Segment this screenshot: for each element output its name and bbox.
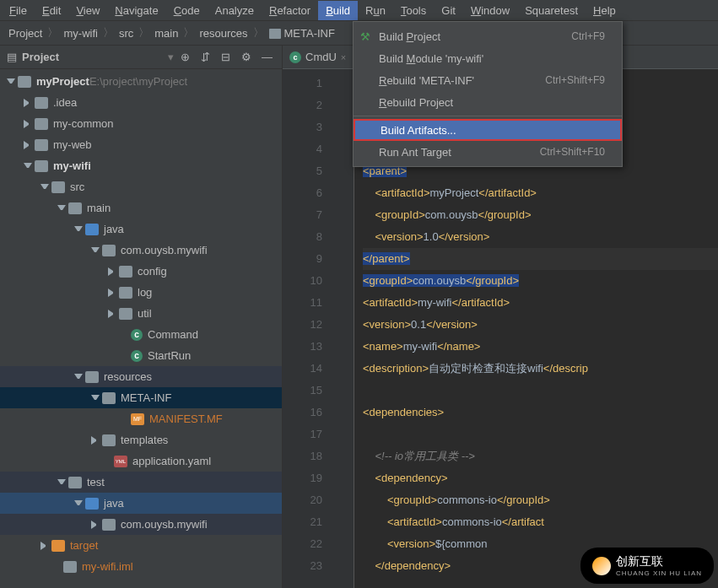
menu-item-run-ant-target[interactable]: Run Ant TargetCtrl+Shift+F10 [354,141,622,163]
menu-build[interactable]: Build [318,1,358,20]
tree-item[interactable]: com.ouysb.mywifi [0,240,282,261]
folder-icon [35,97,48,109]
tree-arrow-icon[interactable] [74,500,83,509]
tree-item[interactable]: main [0,197,282,218]
tree-arrow-icon[interactable] [74,226,83,235]
folder-icon [85,498,99,510]
tree-label: my-wifi.iml [82,560,133,573]
tree-arrow-icon[interactable] [40,184,49,192]
tree-item[interactable]: test [0,472,282,493]
menu-git[interactable]: Git [434,1,463,20]
menu-squaretest[interactable]: Squaretest [517,1,586,20]
editor-tab[interactable]: cCmdU× [283,46,354,69]
tree-item[interactable]: config [0,261,282,282]
gear-icon[interactable]: ⚙ [241,51,255,64]
hide-icon[interactable]: — [262,51,275,64]
tree-arrow-icon[interactable] [57,479,66,488]
tree-label: target [70,539,98,552]
watermark: 创新互联 CHUANG XIN HU LIAN [580,548,714,584]
menu-tools[interactable]: Tools [393,1,434,20]
tree-item[interactable]: MFMANIFEST.MF [0,408,282,429]
tree-arrow-icon[interactable] [91,521,100,529]
tree-arrow-icon[interactable] [24,120,32,128]
menu-item-rebuild-meta-inf-[interactable]: Rebuild 'META-INF'Ctrl+Shift+F9 [354,69,622,91]
folder-icon [51,540,65,552]
menu-window[interactable]: Window [463,1,517,20]
breadcrumb-item[interactable]: main [149,27,183,40]
tree-item[interactable]: com.ouysb.mywifi [0,514,282,535]
tree-arrow-icon[interactable] [108,289,116,297]
menu-run[interactable]: Run [358,1,393,20]
folder-icon [119,308,132,320]
tree-label: StartRun [148,349,191,362]
tree-arrow-icon[interactable] [108,310,116,318]
expand-icon[interactable]: ⇵ [201,51,214,64]
menu-file[interactable]: File [2,1,35,20]
menu-item-rebuild-project[interactable]: Rebuild Project [354,91,622,113]
menu-item-build-project[interactable]: ⚒Build ProjectCtrl+F9 [354,25,622,47]
tree-item[interactable]: .idea [0,92,282,113]
tree-arrow-icon[interactable] [57,205,66,213]
tree-item[interactable]: my-common [0,113,282,134]
breadcrumb-sep: 〉 [103,25,114,40]
menu-help[interactable]: Help [586,1,624,20]
breadcrumb-item[interactable]: resources [194,27,252,40]
menu-view[interactable]: View [68,1,107,20]
tree-item[interactable]: resources [0,366,282,387]
tree-item[interactable]: target [0,535,282,556]
tree-item[interactable]: log [0,282,282,303]
menu-item-build-module-my-wifi-[interactable]: Build Module 'my-wifi' [354,47,622,69]
tree-arrow-icon[interactable] [24,99,32,107]
tree-arrow-icon[interactable] [24,163,32,171]
tree-item[interactable]: src [0,176,282,197]
breadcrumb-item[interactable]: Project [3,27,47,40]
shortcut: Ctrl+F9 [571,30,605,42]
hammer-icon: ⚒ [360,30,372,42]
tree-item[interactable]: java [0,493,282,514]
tree-item[interactable]: templates [0,429,282,450]
tree-item[interactable]: my-wifi [0,155,282,176]
tree-label: log [138,286,152,299]
menu-navigate[interactable]: Navigate [107,1,165,20]
tree-label: META-INF [121,391,171,404]
breadcrumb-item[interactable]: src [114,27,138,40]
tree-item[interactable]: java [0,218,282,240]
tree-arrow-icon[interactable] [40,542,49,550]
tree-arrow-icon[interactable] [108,267,116,276]
folder-icon [35,139,48,151]
tree-arrow-icon[interactable] [7,78,15,87]
tree-label: com.ouysb.mywifi [121,244,208,256]
tree-arrow-icon[interactable] [24,141,32,149]
tree-arrow-icon[interactable] [91,395,100,403]
breadcrumb-item[interactable]: my-wifi [58,27,102,40]
tree-label: resources [104,370,152,383]
tree-item[interactable]: META-INF [0,387,282,408]
tree-arrow-icon[interactable] [91,247,100,256]
folder-icon [85,371,99,383]
chevron-down-icon[interactable]: ▾ [168,51,174,63]
tree-label: com.ouysb.mywifi [121,518,208,531]
tree-arrow-icon[interactable] [74,374,83,382]
breadcrumb-item[interactable]: META-INF [264,27,340,40]
tree-item[interactable]: cCommand [0,324,282,345]
collapse-icon[interactable]: ⊟ [221,51,235,64]
tree-item[interactable]: util [0,303,282,324]
tree-item[interactable]: my-wifi.iml [0,556,282,577]
tree-item[interactable]: my-web [0,134,282,155]
folder-icon [102,245,116,256]
menu-analyze[interactable]: Analyze [208,1,262,20]
tree-arrow-icon[interactable] [91,436,100,445]
project-tool-icon[interactable]: ▤ [7,51,17,63]
menu-edit[interactable]: Edit [35,1,68,20]
target-icon[interactable]: ⊕ [181,51,194,64]
tree-label: util [138,307,152,320]
tree-item[interactable]: cStartRun [0,345,282,366]
close-icon[interactable]: × [341,52,346,62]
menu-item-build-artifacts-[interactable]: Build Artifacts... [354,119,622,141]
menu-code[interactable]: Code [166,1,208,20]
menu-refactor[interactable]: Refactor [262,1,318,20]
tree-label: .idea [53,96,77,109]
tree-item[interactable]: myProject E:\project\myProject [0,71,282,92]
tree-item[interactable]: YMLapplication.yaml [0,450,282,472]
tree-label: myProject [36,75,89,88]
